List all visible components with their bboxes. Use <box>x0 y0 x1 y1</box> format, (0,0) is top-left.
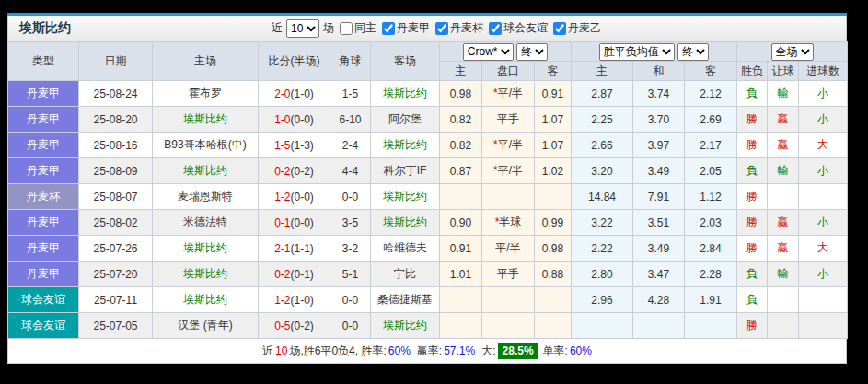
goal-result-cell: 大 <box>799 133 848 158</box>
league-checkbox-club-friendly[interactable] <box>489 22 502 35</box>
away-team-cell: 埃斯比约 <box>371 81 440 107</box>
table-row: 丹麦甲25-07-20埃斯比约0-2(0-1)5-1宁比1.01平手0.882.… <box>8 262 848 287</box>
league-label: 丹麦杯 <box>450 20 483 36</box>
avg-type-select[interactable]: 胜平负均值 <box>599 43 675 61</box>
home-team-cell: B93哥本哈根(中) <box>153 133 259 158</box>
goal-result-cell <box>799 287 848 313</box>
avg-draw-cell: 3.97 <box>633 133 685 158</box>
table-row: 球会友谊25-07-11埃斯比约1-2(1-0)0-0桑德捷斯基2.964.28… <box>8 287 848 313</box>
avg-draw-cell: 3.49 <box>633 236 685 262</box>
goal-result-cell: 大 <box>799 236 848 262</box>
corner-cell: 0-0 <box>330 184 371 210</box>
league-label: 丹麦乙 <box>568 20 601 36</box>
match-date-cell: 25-08-16 <box>79 133 153 158</box>
league-option: 丹麦甲 <box>376 20 430 36</box>
same-home-checkbox[interactable] <box>340 22 353 35</box>
col-header-odds-away: 客 <box>535 62 572 81</box>
league-label: 丹麦甲 <box>397 20 430 36</box>
summary-big-rate-badge: 28.5% <box>498 343 538 359</box>
score-cell: 0-1(0-0) <box>259 210 330 236</box>
result-cell: 勝 <box>737 313 768 339</box>
same-home-option: 同主 <box>334 20 376 36</box>
handicap-cell <box>482 184 535 210</box>
avg-away-cell: 2.84 <box>685 236 737 262</box>
odds-home-cell: 0.91 <box>440 236 482 262</box>
handicap-result-cell: 輸 <box>768 158 799 184</box>
odds-home-cell: 0.90 <box>440 210 482 236</box>
result-cell: 負 <box>737 262 768 287</box>
goal-result-cell: 小 <box>799 262 848 287</box>
odds-home-cell: 0.82 <box>440 133 482 158</box>
col-header-handicap-result: 让球 <box>768 62 799 81</box>
near-count-select[interactable]: 10 <box>286 19 319 38</box>
home-team-cell: 埃斯比约 <box>153 262 259 287</box>
col-header-goal-result: 进球数 <box>799 62 848 81</box>
table-row: 丹麦甲25-08-20埃斯比约1-0(0-0)6-10阿尔堡0.82平手1.07… <box>8 107 848 133</box>
goal-result-cell <box>799 313 848 339</box>
result-scope-select[interactable]: 全场 <box>771 43 814 61</box>
odds-away-cell: 1.07 <box>535 107 572 133</box>
league-option: 丹麦杯 <box>430 20 483 36</box>
corner-cell: 3-5 <box>330 210 371 236</box>
match-type-cell: 丹麦甲 <box>8 133 79 158</box>
col-header-home: 主场 <box>153 42 259 81</box>
col-header-avg-away: 客 <box>685 62 737 81</box>
handicap-cell: 平/半 <box>482 236 535 262</box>
league-label: 球会友谊 <box>503 20 548 36</box>
score-cell: 0-2(0-1) <box>259 262 330 287</box>
summary-odds-label: 赢率: <box>417 343 442 359</box>
corner-cell: 3-2 <box>330 236 371 262</box>
home-team-cell: 埃斯比约 <box>153 287 259 313</box>
summary-win-rate: 60% <box>388 344 411 357</box>
result-group-header: 全场 <box>737 42 848 62</box>
odds-away-cell <box>535 287 572 313</box>
league-checkbox-danish-cup[interactable] <box>435 22 448 35</box>
col-header-result: 胜负 <box>737 62 768 81</box>
corner-cell: 1-5 <box>330 81 371 107</box>
filter-bar: 近 10 场 同主 丹麦甲 丹麦杯 球会友谊 丹 <box>272 19 601 38</box>
avg-draw-cell: 7.91 <box>633 184 685 210</box>
league-option: 丹麦乙 <box>548 20 601 36</box>
match-date-cell: 25-07-20 <box>79 262 153 287</box>
avg-group-header: 胜平负均值 终 <box>572 42 737 62</box>
summary-single-rate: 60% <box>570 344 592 357</box>
handicap-result-cell <box>768 184 799 210</box>
result-cell: 勝 <box>737 107 768 133</box>
avg-home-cell: 2.25 <box>572 107 633 133</box>
home-team-cell: 埃斯比约 <box>153 107 259 133</box>
handicap-cell: *平/半 <box>482 81 535 107</box>
odds-time-select[interactable]: 终 <box>516 43 548 61</box>
match-date-cell: 25-07-26 <box>79 236 153 262</box>
result-cell: 勝 <box>737 210 768 236</box>
score-cell: 0-2(0-2) <box>259 158 330 184</box>
avg-away-cell: 2.17 <box>685 133 737 158</box>
odds-home-cell <box>440 313 482 339</box>
match-date-cell: 25-07-11 <box>79 287 153 313</box>
league-checkbox-danish-1st[interactable] <box>382 22 395 35</box>
match-type-cell: 丹麦甲 <box>8 210 79 236</box>
matches-label: 场 <box>323 20 334 36</box>
score-cell: 1-5(1-3) <box>259 133 330 158</box>
avg-draw-cell: 3.74 <box>633 81 685 107</box>
col-header-handicap: 盘口 <box>482 62 535 81</box>
score-cell: 1-2(1-0) <box>259 287 330 313</box>
handicap-result-cell: 贏 <box>768 210 799 236</box>
league-checkbox-danish-2nd[interactable] <box>553 22 566 35</box>
avg-time-select[interactable]: 终 <box>677 43 709 61</box>
home-team-cell: 霍布罗 <box>153 81 259 107</box>
away-team-cell: 埃斯比约 <box>371 210 440 236</box>
summary-big-label: 大: <box>481 343 495 359</box>
match-type-cell: 丹麦甲 <box>8 158 79 184</box>
table-row: 丹麦甲25-07-26埃斯比约2-1(1-1)3-2哈维德夫0.91平/半0.9… <box>8 236 848 262</box>
league-option: 球会友谊 <box>483 20 548 36</box>
handicap-result-cell: 輸 <box>768 262 799 287</box>
result-cell: 負 <box>737 287 768 313</box>
score-cell: 2-1(1-1) <box>259 236 330 262</box>
avg-draw-cell: 3.51 <box>633 210 685 236</box>
odds-company-select[interactable]: Crow* <box>463 43 514 61</box>
odds-away-cell: 0.91 <box>535 81 572 107</box>
goal-result-cell <box>799 184 848 210</box>
handicap-cell: *平/半 <box>482 133 535 158</box>
match-date-cell: 25-08-09 <box>79 158 153 184</box>
away-team-cell: 桑德捷斯基 <box>371 287 440 313</box>
